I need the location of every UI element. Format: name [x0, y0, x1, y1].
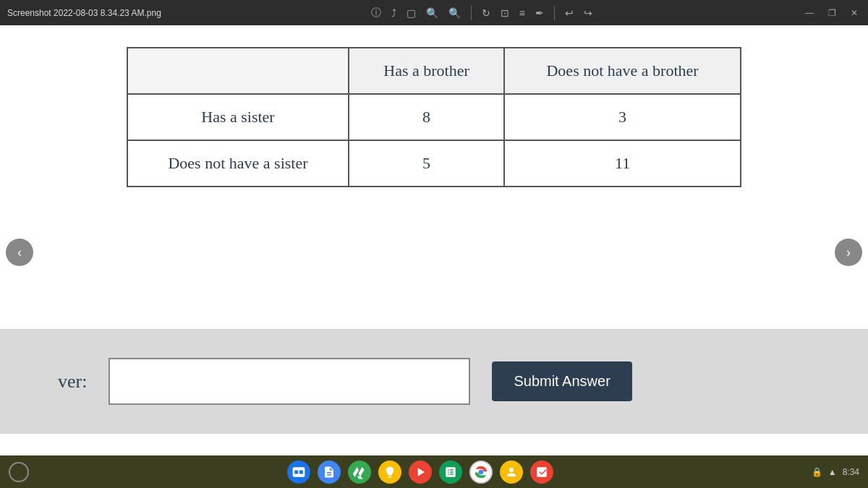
meet-icon[interactable]: [287, 461, 310, 484]
close-button[interactable]: ✕: [848, 8, 861, 18]
home-button[interactable]: [9, 462, 29, 482]
wifi-icon: ▲: [828, 467, 837, 477]
profile-icon[interactable]: [500, 461, 523, 484]
taskbar: 🔒 ▲ 8:34: [0, 455, 868, 488]
answer-area: ver: Submit Answer: [0, 329, 868, 434]
corner-header: [127, 48, 349, 94]
share-icon[interactable]: ⤴: [391, 7, 396, 19]
answer-label: ver:: [58, 371, 87, 393]
svg-point-0: [479, 469, 484, 474]
slides-icon[interactable]: [530, 461, 553, 484]
titlebar-left: Screenshot 2022-08-03 8.34.23 AM.png: [7, 8, 161, 18]
adjust-icon[interactable]: ≡: [519, 7, 525, 19]
table-wrapper: Has a brother Does not have a brother Ha…: [22, 47, 846, 187]
square-icon[interactable]: ▢: [407, 7, 416, 19]
cell-has-sister-has-brother: 8: [349, 94, 504, 140]
col-has-brother: Has a brother: [349, 48, 504, 94]
taskbar-apps: [29, 461, 812, 484]
taskbar-right: 🔒 ▲ 8:34: [812, 467, 859, 477]
redo-icon[interactable]: ↪: [584, 7, 592, 19]
info-icon[interactable]: ⓘ: [371, 7, 381, 20]
content-area: ‹ Has a brother Does not have a brother …: [0, 25, 868, 329]
sheets-icon[interactable]: [439, 461, 462, 484]
divider: [471, 6, 472, 20]
next-button[interactable]: ›: [835, 239, 862, 266]
file-title: Screenshot 2022-08-03 8.34.23 AM.png: [7, 8, 161, 18]
answer-input[interactable]: [109, 358, 470, 405]
clock: 8:34: [843, 467, 859, 477]
row-no-sister: Does not have a sister: [127, 140, 349, 187]
col-no-brother: Does not have a brother: [504, 48, 741, 94]
pen-icon[interactable]: ✒: [535, 7, 544, 19]
cell-no-sister-no-brother: 11: [504, 140, 741, 187]
cell-has-sister-no-brother: 3: [504, 94, 741, 140]
toolbar-icons: ⓘ ⤴ ▢ 🔍 🔍 ↻ ⊡ ≡ ✒ ↩ ↪: [371, 6, 592, 20]
divider2: [554, 6, 555, 20]
submit-button[interactable]: Submit Answer: [492, 361, 631, 401]
undo-icon[interactable]: ↩: [565, 7, 574, 19]
chrome-icon[interactable]: [469, 461, 493, 484]
row-has-sister: Has a sister: [127, 94, 349, 140]
battery-icon: 🔒: [812, 467, 822, 477]
docs-icon[interactable]: [318, 461, 341, 484]
window-controls: — ❐ ✕: [802, 8, 861, 18]
maximize-button[interactable]: ❐: [825, 8, 839, 18]
taskbar-left: [9, 462, 29, 482]
zoom-in-icon[interactable]: 🔍: [448, 7, 461, 19]
data-table: Has a brother Does not have a brother Ha…: [127, 47, 741, 187]
zoom-out-icon[interactable]: 🔍: [426, 7, 438, 19]
rotate-icon[interactable]: ↻: [482, 7, 490, 19]
minimize-button[interactable]: —: [802, 8, 817, 18]
cell-no-sister-has-brother: 5: [349, 140, 504, 187]
table-row: Does not have a sister 5 11: [127, 140, 741, 187]
table-row: Has a sister 8 3: [127, 94, 741, 140]
prev-button[interactable]: ‹: [6, 239, 33, 266]
keep-icon[interactable]: [378, 461, 401, 484]
play-icon[interactable]: [409, 461, 432, 484]
drive-icon[interactable]: [348, 461, 371, 484]
titlebar: Screenshot 2022-08-03 8.34.23 AM.png ⓘ ⤴…: [0, 0, 868, 25]
crop-icon[interactable]: ⊡: [501, 7, 509, 19]
